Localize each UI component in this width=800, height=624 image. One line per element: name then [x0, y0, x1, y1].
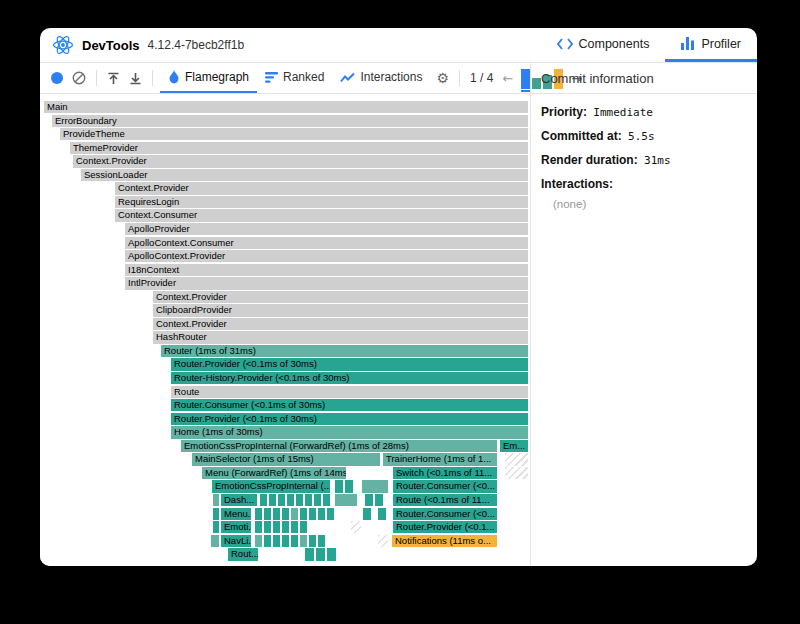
flame-bar[interactable]: [300, 535, 307, 547]
clear-button[interactable]: [69, 69, 89, 87]
flame-bar[interactable]: [282, 521, 289, 533]
flame-bar[interactable]: [273, 508, 280, 520]
flame-bar[interactable]: Router.Consumer (<0...: [393, 508, 497, 520]
flame-bar[interactable]: [291, 535, 298, 547]
flame-bar[interactable]: Context.Provider: [153, 318, 528, 330]
flame-bar[interactable]: [291, 521, 298, 533]
flame-bar[interactable]: [300, 521, 307, 533]
flame-bar[interactable]: Main: [44, 101, 528, 113]
flame-bar[interactable]: EmotionCssPropInternal (...: [212, 480, 330, 492]
flame-bar[interactable]: I18nContext: [125, 264, 528, 276]
view-tab-interactions[interactable]: Interactions: [332, 63, 430, 93]
flame-bar[interactable]: Switch (<0.1ms of 11...: [393, 467, 497, 479]
flame-bar[interactable]: [213, 494, 219, 506]
flame-bar[interactable]: [362, 480, 388, 492]
flame-bar[interactable]: HashRouter: [153, 331, 528, 343]
flame-bar[interactable]: ApolloContext.Consumer: [125, 237, 528, 249]
flame-bar[interactable]: Router.Provider (<0.1ms of 30ms): [171, 413, 528, 425]
flame-bar[interactable]: [213, 521, 219, 533]
flame-bar[interactable]: Router.Consumer (<0...: [393, 480, 497, 492]
commit-bar-selected[interactable]: [521, 68, 530, 92]
flame-bar[interactable]: Router-History.Provider (<0.1ms of 30ms): [171, 372, 528, 384]
flame-bar[interactable]: [273, 521, 280, 533]
flame-bar[interactable]: [318, 508, 325, 520]
flame-bar[interactable]: NavLi...: [221, 535, 251, 547]
flame-bar[interactable]: [323, 494, 330, 506]
flame-bar[interactable]: ProvideTheme: [60, 128, 528, 140]
tab-components[interactable]: Components: [541, 28, 666, 62]
flame-bar[interactable]: [309, 535, 316, 547]
flame-bar[interactable]: Context.Provider: [115, 182, 528, 194]
flame-bar[interactable]: Router (1ms of 31ms): [161, 345, 528, 357]
flame-bar[interactable]: [255, 535, 262, 547]
flame-bar[interactable]: [291, 508, 298, 520]
flame-bar[interactable]: [269, 494, 276, 506]
flame-bar[interactable]: TrainerHome (1ms of 1...: [383, 453, 497, 465]
flame-bar[interactable]: Router.Provider (<0.1...: [393, 521, 497, 533]
flame-bar[interactable]: ErrorBoundary: [52, 115, 528, 127]
flame-bar[interactable]: Router.Consumer (<0.1ms of 30ms): [171, 399, 528, 411]
flame-bar[interactable]: ApolloContext.Provider: [125, 250, 528, 262]
flame-bar[interactable]: [287, 494, 294, 506]
flame-bar[interactable]: IntlProvider: [125, 277, 528, 289]
flame-bar[interactable]: [296, 494, 303, 506]
flame-bar[interactable]: Menu (ForwardRef) (1ms of 14ms): [202, 467, 346, 479]
flame-bar[interactable]: [375, 494, 383, 506]
flame-bar[interactable]: [327, 508, 334, 520]
view-tab-ranked[interactable]: Ranked: [257, 63, 332, 93]
flame-bar[interactable]: Rout...: [228, 548, 258, 560]
flame-bar[interactable]: [264, 521, 271, 533]
flame-bar[interactable]: [335, 494, 357, 506]
flame-bar[interactable]: Emoti...: [221, 521, 251, 533]
flame-bar[interactable]: [365, 494, 373, 506]
flame-bar[interactable]: ApolloProvider: [125, 223, 528, 235]
flame-bar[interactable]: Route (<0.1ms of 11...: [393, 494, 497, 506]
flame-bar[interactable]: Context.Provider: [73, 155, 528, 167]
flame-bar[interactable]: [314, 494, 321, 506]
flame-bar[interactable]: Dash...: [221, 494, 257, 506]
flame-bar[interactable]: [327, 548, 336, 560]
flame-bar[interactable]: [363, 508, 371, 520]
view-tab-flamegraph[interactable]: Flamegraph: [160, 63, 257, 93]
flame-bar[interactable]: Route: [171, 386, 528, 398]
flame-bar[interactable]: RequiresLogin: [115, 196, 528, 208]
flame-bar[interactable]: ClipboardProvider: [153, 304, 528, 316]
tab-profiler[interactable]: Profiler: [665, 28, 757, 62]
flame-bar[interactable]: [300, 508, 307, 520]
flame-bar[interactable]: [305, 494, 312, 506]
flame-bar[interactable]: [335, 480, 343, 492]
flame-bar[interactable]: [378, 508, 386, 520]
flame-bar[interactable]: [282, 535, 289, 547]
settings-button[interactable]: ⚙: [433, 69, 452, 87]
flame-bar[interactable]: [305, 548, 314, 560]
flame-bar[interactable]: SessionLoader: [81, 169, 528, 181]
flame-bar[interactable]: Context.Consumer: [115, 209, 528, 221]
previous-commit-button[interactable]: ←: [499, 70, 516, 87]
flame-bar[interactable]: [211, 535, 219, 547]
flame-bar[interactable]: [213, 508, 219, 520]
flame-bar[interactable]: [345, 480, 353, 492]
flame-bar[interactable]: [273, 535, 280, 547]
flame-bar[interactable]: [264, 535, 271, 547]
flame-bar[interactable]: Context.Provider: [153, 291, 528, 303]
import-profile-button[interactable]: [104, 70, 123, 87]
flame-bar[interactable]: [264, 508, 271, 520]
flame-bar[interactable]: MainSelector (1ms of 15ms): [192, 453, 380, 465]
flame-bar[interactable]: Router.Provider (<0.1ms of 30ms): [171, 358, 528, 370]
flame-bar[interactable]: [309, 508, 316, 520]
flame-bar[interactable]: EmotionCssPropInternal (ForwardRef) (1ms…: [181, 440, 497, 452]
flame-bar[interactable]: [255, 508, 262, 520]
flame-bar[interactable]: Menu...: [221, 508, 251, 520]
flame-bar[interactable]: Home (1ms of 30ms): [171, 426, 528, 438]
flame-bar[interactable]: Em...: [500, 440, 528, 452]
flame-bar[interactable]: [255, 521, 262, 533]
export-profile-button[interactable]: [126, 70, 145, 87]
flame-bar[interactable]: [260, 494, 267, 506]
flame-bar[interactable]: Notifications (11ms o...: [392, 535, 497, 547]
flame-bar[interactable]: [318, 535, 325, 547]
record-button[interactable]: [48, 70, 66, 86]
flame-bar[interactable]: [282, 508, 289, 520]
flame-bar[interactable]: [278, 494, 285, 506]
flame-bar[interactable]: [316, 548, 325, 560]
flame-bar[interactable]: ThemeProvider: [70, 142, 528, 154]
